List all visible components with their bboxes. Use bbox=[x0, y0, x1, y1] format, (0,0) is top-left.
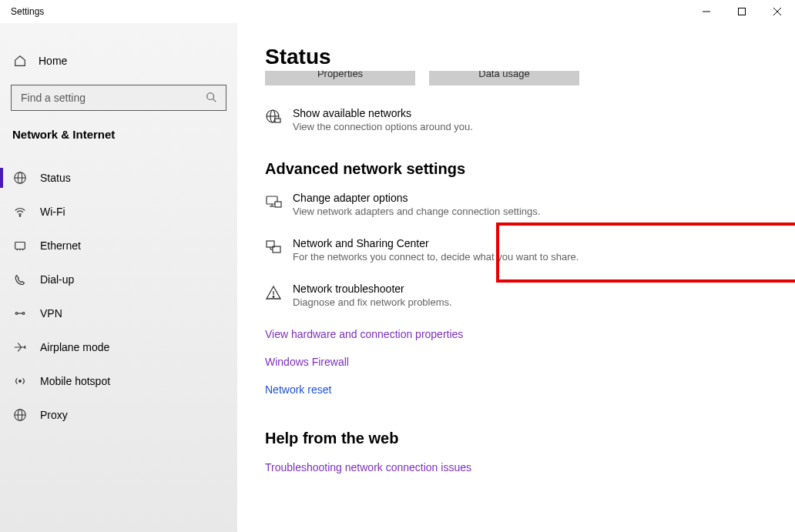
status-icon bbox=[12, 171, 28, 185]
option-title: Network troubleshooter bbox=[293, 283, 452, 295]
warning-icon bbox=[265, 284, 282, 301]
sidebar-item-status[interactable]: Status bbox=[0, 161, 237, 195]
hotspot-icon bbox=[12, 374, 28, 388]
show-available-networks[interactable]: Show available networks View the connect… bbox=[265, 107, 777, 132]
titlebar: Settings bbox=[0, 0, 795, 23]
ethernet-icon bbox=[12, 239, 28, 253]
search-icon bbox=[206, 92, 218, 105]
svg-rect-28 bbox=[275, 202, 281, 207]
option-desc: View the connection options around you. bbox=[293, 121, 473, 132]
svg-point-15 bbox=[22, 313, 25, 315]
home-label: Home bbox=[39, 55, 67, 67]
content-pane: Status Properties Data usage Show availa… bbox=[237, 23, 795, 532]
search-box[interactable] bbox=[11, 85, 226, 111]
vpn-icon bbox=[12, 306, 28, 320]
svg-point-14 bbox=[15, 313, 18, 315]
sidebar-item-label: VPN bbox=[40, 307, 62, 320]
sidebar-item-proxy[interactable]: Proxy bbox=[0, 398, 237, 432]
svg-rect-10 bbox=[15, 243, 25, 249]
sidebar-item-wifi[interactable]: Wi-Fi bbox=[0, 195, 237, 229]
globe-icon bbox=[265, 109, 282, 125]
sidebar-item-hotspot[interactable]: Mobile hotspot bbox=[0, 364, 237, 398]
sidebar-item-label: Wi-Fi bbox=[40, 206, 65, 218]
sidebar-item-vpn[interactable]: VPN bbox=[0, 296, 237, 330]
search-input[interactable] bbox=[19, 91, 206, 105]
adapter-icon bbox=[265, 193, 282, 210]
change-adapter-options[interactable]: Change adapter options View network adap… bbox=[265, 192, 777, 217]
link-hardware[interactable]: View hardware and connection properties bbox=[265, 328, 777, 340]
link-help-troubleshoot[interactable]: Troubleshooting network connection issue… bbox=[265, 461, 777, 473]
option-desc: Diagnose and fix network problems. bbox=[293, 296, 452, 308]
sidebar-item-airplane[interactable]: Airplane mode bbox=[0, 330, 237, 364]
network-troubleshooter[interactable]: Network troubleshooter Diagnose and fix … bbox=[265, 283, 777, 308]
svg-point-4 bbox=[207, 92, 214, 99]
option-title: Show available networks bbox=[293, 107, 473, 119]
airplane-icon bbox=[12, 340, 28, 354]
sidebar-item-label: Airplane mode bbox=[40, 341, 109, 353]
sidebar-nav: Status Wi-Fi Ethernet bbox=[0, 161, 237, 432]
svg-point-17 bbox=[19, 380, 22, 383]
sidebar-section-label: Network & Internet bbox=[0, 128, 237, 141]
page-title: Status bbox=[265, 45, 777, 69]
sidebar-item-label: Ethernet bbox=[40, 239, 81, 252]
close-button[interactable] bbox=[760, 0, 795, 23]
network-sharing-center[interactable]: Network and Sharing Center For the netwo… bbox=[265, 237, 777, 263]
svg-point-9 bbox=[19, 216, 20, 216]
advanced-heading: Advanced network settings bbox=[265, 160, 777, 178]
window-controls bbox=[689, 0, 795, 23]
properties-button[interactable]: Properties bbox=[265, 71, 415, 85]
sidebar-item-label: Mobile hotspot bbox=[40, 375, 110, 387]
sidebar: Home Network & Internet Stat bbox=[0, 23, 237, 532]
maximize-button[interactable] bbox=[724, 0, 760, 23]
data-usage-button[interactable]: Data usage bbox=[429, 71, 579, 85]
link-reset[interactable]: Network reset bbox=[265, 383, 777, 396]
minimize-button[interactable] bbox=[689, 0, 724, 23]
window-title: Settings bbox=[11, 6, 44, 17]
svg-rect-1 bbox=[739, 8, 746, 15]
option-desc: View network adapters and change connect… bbox=[293, 206, 540, 217]
home-icon bbox=[12, 54, 28, 68]
dialup-icon bbox=[12, 273, 28, 286]
wifi-icon bbox=[12, 205, 28, 219]
svg-rect-24 bbox=[275, 119, 280, 122]
sharing-icon bbox=[265, 239, 282, 256]
sidebar-item-ethernet[interactable]: Ethernet bbox=[0, 229, 237, 263]
home-button[interactable]: Home bbox=[0, 45, 237, 77]
svg-line-5 bbox=[213, 99, 216, 102]
link-firewall[interactable]: Windows Firewall bbox=[265, 356, 777, 368]
option-desc: For the networks you connect to, decide … bbox=[293, 251, 579, 263]
sidebar-item-label: Proxy bbox=[40, 409, 68, 421]
sidebar-item-dialup[interactable]: Dial-up bbox=[0, 263, 237, 296]
proxy-icon bbox=[12, 408, 28, 422]
option-title: Network and Sharing Center bbox=[293, 237, 579, 249]
svg-point-34 bbox=[273, 296, 274, 298]
sidebar-item-label: Status bbox=[40, 172, 71, 184]
option-title: Change adapter options bbox=[293, 192, 540, 204]
help-heading: Help from the web bbox=[265, 430, 777, 447]
sidebar-item-label: Dial-up bbox=[40, 273, 74, 286]
